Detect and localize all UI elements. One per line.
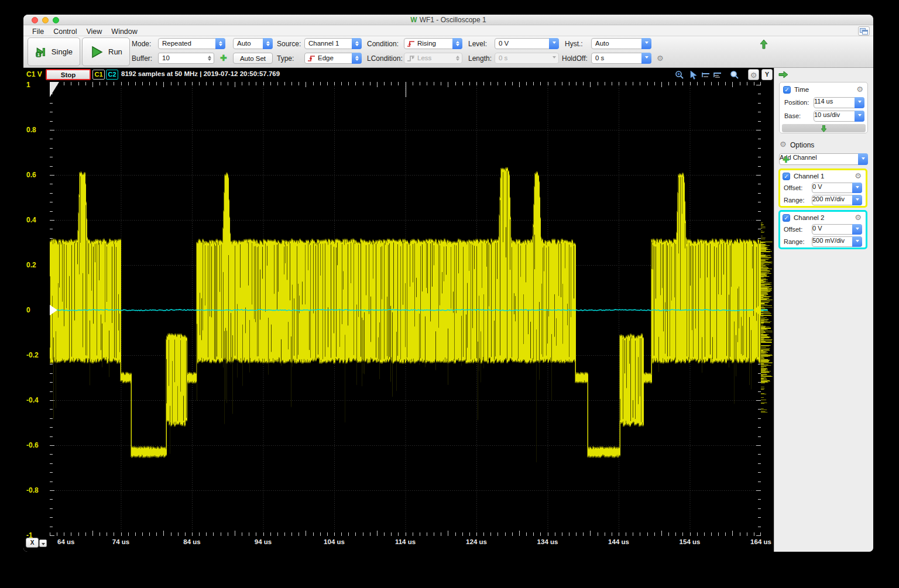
channel1-badge[interactable]: C1 — [92, 70, 105, 80]
less-condition-icon — [407, 55, 415, 62]
channel2-gear-icon[interactable]: ⚙ — [855, 214, 862, 221]
single-button[interactable]: 1 Single — [28, 37, 80, 66]
vertical-cursors-icon[interactable] — [713, 70, 722, 80]
chevron-down-icon — [549, 38, 559, 49]
stepper-arrows-icon — [352, 53, 362, 64]
stepper-arrows-icon — [352, 38, 362, 49]
holdoff-combo[interactable]: 0 s — [591, 53, 651, 64]
mode-label: Mode: — [132, 40, 151, 48]
buffer-label: Buffer: — [132, 54, 152, 63]
run-button[interactable]: Run — [82, 37, 130, 66]
x-tick-label: 84 us — [183, 538, 200, 545]
spinner-arrows-icon[interactable] — [206, 54, 212, 63]
collapse-panel-arrow-icon[interactable] — [778, 71, 788, 78]
chevron-down-icon — [852, 224, 862, 235]
buffer-spinner[interactable]: 10 — [158, 53, 214, 64]
active-axis-label: C1 V — [26, 70, 42, 78]
hysteresis-combo[interactable]: Auto — [591, 38, 651, 49]
menu-item-file[interactable]: File — [28, 27, 49, 36]
lcondition-label: LCondition: — [367, 54, 403, 63]
plot-area: 10.80.60.40.20-0.2-0.4-0.6-0.8-1 64 us74… — [23, 82, 774, 552]
trigger-mode-select[interactable]: Auto — [233, 38, 273, 49]
source-label: Source: — [277, 40, 301, 48]
scroll-up-arrow-icon[interactable] — [760, 40, 768, 49]
y-tick-label: 0.8 — [26, 126, 49, 134]
toolbar: 1 Single Run Mode: Repeated Auto Source:… — [23, 36, 873, 68]
options-label: Options — [790, 141, 814, 149]
mode-select[interactable]: Repeated — [158, 38, 225, 49]
chevron-down-icon — [852, 195, 862, 205]
svg-text:1: 1 — [37, 52, 40, 57]
channel1-offset-label: Offset: — [784, 184, 802, 191]
x-tick-label: 134 us — [537, 538, 558, 545]
channel1-range-combo[interactable]: 200 mV/div — [812, 195, 862, 205]
auto-set-button[interactable]: Auto Set — [233, 53, 273, 64]
channel2-badge[interactable]: C2 — [106, 70, 118, 80]
chevron-down-icon — [852, 236, 862, 247]
menu-item-view[interactable]: View — [81, 27, 107, 36]
time-expand-button[interactable] — [782, 124, 866, 132]
channel2-range-label: Range: — [784, 238, 804, 245]
channel2-range-combo[interactable]: 500 mV/div — [812, 236, 862, 247]
x-tick-label: 144 us — [608, 538, 629, 545]
window-title: WWF1 - Oscilloscope 1 — [23, 16, 873, 24]
zoom-tool-icon[interactable] — [730, 70, 739, 80]
run-icon — [90, 45, 104, 59]
time-base-combo[interactable]: 10 us/div — [814, 111, 864, 122]
x-tick-label: 104 us — [324, 538, 345, 545]
x-axis-dropdown-arrow[interactable] — [39, 539, 47, 547]
trigger-gear-icon[interactable]: ⚙ — [657, 54, 664, 62]
time-checkbox[interactable]: ✓ — [783, 86, 791, 94]
channel1-checkbox[interactable]: ✓ — [783, 173, 790, 180]
menu-item-control[interactable]: Control — [49, 27, 81, 36]
acquisition-status-text: 8192 samples at 50 MHz | 2019-07-12 20:5… — [121, 70, 280, 77]
single-acquisition-icon: 1 — [35, 45, 47, 59]
options-gear-icon[interactable]: ⚙ — [780, 140, 787, 148]
time-gear-icon[interactable]: ⚙ — [856, 85, 863, 93]
x-tick-label: 64 us — [57, 538, 74, 545]
edge-trigger-icon — [307, 55, 315, 62]
oscilloscope-plot-canvas[interactable] — [50, 82, 761, 536]
rising-edge-icon — [407, 40, 415, 47]
cursor-pointer-icon[interactable] — [689, 70, 699, 80]
source-select[interactable]: Channel 1 — [304, 38, 362, 49]
level-combo[interactable]: 0 V — [495, 38, 559, 49]
channel1-offset-combo[interactable]: 0 V — [812, 183, 862, 193]
stepper-arrows-icon — [452, 38, 462, 49]
hysteresis-label: Hyst.: — [565, 40, 583, 48]
time-position-combo[interactable]: 114 us — [814, 97, 864, 108]
holdoff-label: HoldOff: — [562, 54, 588, 63]
type-select[interactable]: Edge — [304, 53, 362, 64]
chevron-down-icon — [852, 183, 862, 193]
channel2-section: ✓ Channel 2 ⚙ Offset: 0 V Range: 500 mV/… — [778, 210, 867, 249]
add-buffer-icon[interactable]: ✚ — [220, 54, 227, 62]
stop-button[interactable]: Stop — [46, 69, 91, 80]
offscreen-signal-strip — [761, 82, 774, 536]
condition-select[interactable]: Rising — [404, 38, 462, 49]
type-label: Type: — [277, 54, 294, 63]
channel2-checkbox[interactable]: ✓ — [783, 214, 790, 222]
channel1-gear-icon[interactable]: ⚙ — [855, 172, 862, 180]
length-label: Length: — [468, 54, 492, 63]
stepper-arrows-icon — [215, 38, 225, 49]
time-section: ✓ Time ⚙ Position: 114 us Base: 10 us/di… — [779, 82, 868, 133]
x-tick-label: 164 us — [750, 538, 771, 545]
window-panels-icon[interactable] — [858, 26, 870, 36]
chevron-down-icon — [855, 97, 864, 108]
zoom-in-icon[interactable] — [675, 70, 684, 80]
menu-bar: FileControlViewWindow — [23, 26, 873, 36]
x-axis-button[interactable]: X — [26, 538, 39, 548]
stepper-arrows-icon — [263, 38, 273, 49]
y-axis-button[interactable]: Y — [761, 69, 773, 80]
length-combo: 0 s — [495, 53, 559, 64]
add-channel-select[interactable]: ✚ Add Channel — [779, 153, 868, 165]
y-tick-label: 0.2 — [26, 261, 49, 269]
horizontal-cursors-icon[interactable] — [701, 70, 711, 80]
channel1-range-label: Range: — [784, 197, 804, 204]
run-button-label: Run — [108, 47, 122, 56]
menu-item-window[interactable]: Window — [107, 27, 142, 36]
lcondition-select: Less — [404, 53, 462, 64]
channel2-offset-combo[interactable]: 0 V — [812, 224, 862, 235]
level-label: Level: — [468, 40, 487, 48]
plot-settings-gear-button[interactable]: ⚙ — [748, 69, 759, 80]
